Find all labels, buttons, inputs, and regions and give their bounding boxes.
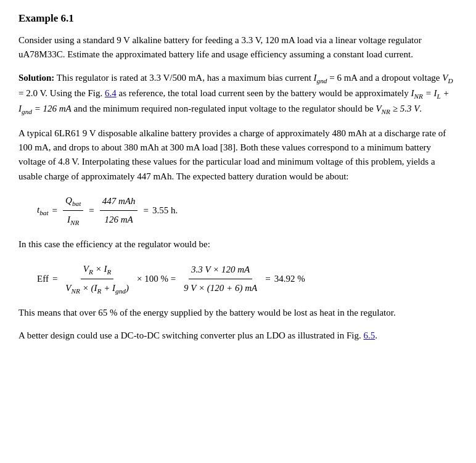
eq1-equals2: =	[89, 202, 94, 219]
paragraph-solution: Solution: This regulator is rated at 3.3…	[18, 71, 458, 118]
eq2-fraction1: VR × IR VNR × (IR + Ignd)	[63, 261, 131, 298]
link-fig-65[interactable]: 6.5	[363, 330, 375, 340]
eq1-equals3: =	[143, 202, 148, 219]
var-vd: VD	[442, 73, 453, 83]
eq1-fraction2: 447 mAh 126 mA	[100, 193, 138, 228]
eq1-den2: 126 mA	[102, 211, 135, 228]
var-vnr: VNR ≥ 5.3 V	[375, 104, 419, 113]
equation-1: tbat = Qbat INR = 447 mAh 126 mA = 3.55 …	[37, 192, 458, 229]
paragraph-6: A better design could use a DC-to-DC swi…	[18, 329, 458, 343]
eq2-den1: VNR × (IR + Ignd)	[63, 279, 131, 297]
paragraph-3: A typical 6LR61 9 V disposable alkaline …	[18, 126, 458, 184]
eq1-fraction1: Qbat INR	[63, 192, 83, 229]
eq2-den2: 9 V × (120 + 6) mA	[181, 279, 260, 297]
page-title: Example 6.1	[18, 12, 458, 25]
eq2-eff-label: Eff	[37, 271, 49, 287]
link-fig-64[interactable]: 6.4	[105, 88, 117, 98]
paragraph-5: This means that over 65 % of the energy …	[18, 306, 458, 320]
solution-label: Solution:	[18, 73, 54, 83]
paragraph-4: In this case the efficiency at the regul…	[18, 237, 458, 252]
eq2-times: × 100 % =	[137, 271, 176, 287]
var-ignd: Ignd	[314, 73, 327, 83]
eq1-den1: INR	[65, 211, 81, 229]
eq1-num1: Qbat	[63, 192, 83, 211]
eq1-equals1: =	[52, 202, 57, 219]
eq2-result: 34.92 %	[274, 271, 305, 287]
eq1-result: 3.55 h.	[152, 202, 178, 219]
eq1-num2: 447 mAh	[100, 193, 138, 211]
eq2-num2: 3.3 V × 120 mA	[189, 261, 252, 279]
eq2-equals2: =	[265, 271, 270, 287]
page-content: Example 6.1 Consider using a standard 9 …	[0, 0, 476, 364]
eq1-tbat: tbat	[37, 202, 49, 219]
equation-2: Eff = VR × IR VNR × (IR + Ignd) × 100 % …	[37, 261, 458, 298]
eq2-equals1: =	[52, 271, 57, 287]
eq2-num1: VR × IR	[81, 261, 114, 279]
paragraph-1: Consider using a standard 9 V alkaline b…	[18, 33, 458, 62]
eq2-fraction2: 3.3 V × 120 mA 9 V × (120 + 6) mA	[181, 261, 260, 297]
